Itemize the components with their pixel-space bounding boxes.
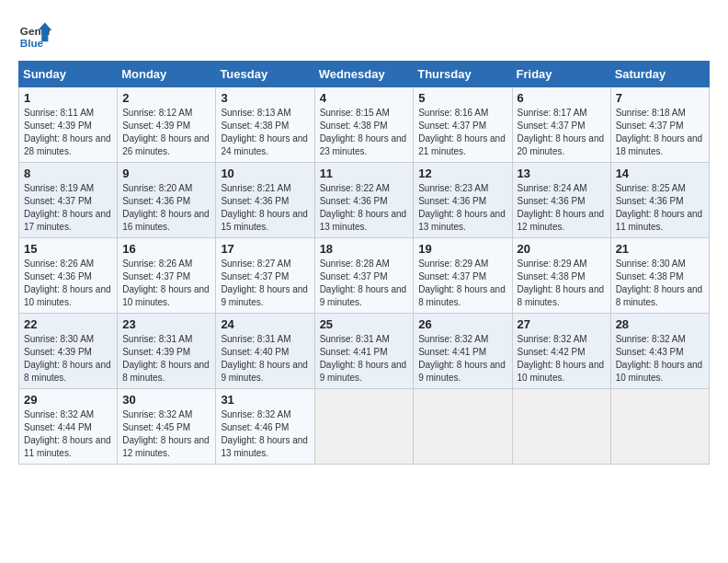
calendar-cell: 17 Sunrise: 8:27 AM Sunset: 4:37 PM Dayl… bbox=[216, 238, 314, 314]
weekday-header-wednesday: Wednesday bbox=[314, 62, 414, 87]
calendar-cell: 15 Sunrise: 8:26 AM Sunset: 4:36 PM Dayl… bbox=[19, 238, 118, 314]
day-number: 31 bbox=[221, 393, 309, 407]
day-info: Sunrise: 8:31 AM Sunset: 4:40 PM Dayligh… bbox=[221, 333, 309, 385]
weekday-header-tuesday: Tuesday bbox=[216, 62, 314, 87]
day-info: Sunrise: 8:31 AM Sunset: 4:41 PM Dayligh… bbox=[320, 333, 409, 385]
calendar-cell: 24 Sunrise: 8:31 AM Sunset: 4:40 PM Dayl… bbox=[216, 314, 314, 389]
day-info: Sunrise: 8:29 AM Sunset: 4:37 PM Dayligh… bbox=[418, 258, 506, 309]
day-number: 27 bbox=[518, 317, 606, 331]
calendar-cell: 28 Sunrise: 8:32 AM Sunset: 4:43 PM Dayl… bbox=[610, 314, 709, 389]
calendar-cell: 6 Sunrise: 8:17 AM Sunset: 4:37 PM Dayli… bbox=[512, 87, 610, 163]
weekday-header-sunday: Sunday bbox=[19, 62, 118, 87]
day-number: 15 bbox=[24, 242, 112, 256]
day-info: Sunrise: 8:25 AM Sunset: 4:36 PM Dayligh… bbox=[616, 182, 704, 234]
day-number: 11 bbox=[320, 167, 409, 180]
calendar-cell: 29 Sunrise: 8:32 AM Sunset: 4:44 PM Dayl… bbox=[19, 389, 118, 465]
calendar-cell: 31 Sunrise: 8:32 AM Sunset: 4:46 PM Dayl… bbox=[216, 389, 314, 465]
day-number: 4 bbox=[320, 91, 409, 105]
day-number: 18 bbox=[320, 242, 409, 256]
calendar-cell: 13 Sunrise: 8:24 AM Sunset: 4:36 PM Dayl… bbox=[512, 163, 610, 238]
calendar-cell: 8 Sunrise: 8:19 AM Sunset: 4:37 PM Dayli… bbox=[19, 163, 118, 238]
calendar-cell: 14 Sunrise: 8:25 AM Sunset: 4:36 PM Dayl… bbox=[610, 163, 709, 238]
day-number: 29 bbox=[24, 393, 112, 407]
day-info: Sunrise: 8:32 AM Sunset: 4:43 PM Dayligh… bbox=[616, 333, 704, 385]
weekday-header-saturday: Saturday bbox=[610, 62, 709, 87]
day-info: Sunrise: 8:17 AM Sunset: 4:37 PM Dayligh… bbox=[518, 107, 606, 158]
day-number: 26 bbox=[418, 317, 506, 331]
day-number: 24 bbox=[221, 317, 309, 331]
day-number: 20 bbox=[518, 242, 606, 256]
day-number: 23 bbox=[122, 317, 210, 331]
day-number: 22 bbox=[24, 317, 112, 331]
day-info: Sunrise: 8:30 AM Sunset: 4:39 PM Dayligh… bbox=[24, 333, 112, 385]
calendar-cell bbox=[414, 389, 512, 465]
day-info: Sunrise: 8:32 AM Sunset: 4:42 PM Dayligh… bbox=[518, 333, 606, 385]
calendar-cell: 7 Sunrise: 8:18 AM Sunset: 4:37 PM Dayli… bbox=[610, 87, 709, 163]
day-number: 9 bbox=[122, 167, 210, 180]
calendar-cell: 26 Sunrise: 8:32 AM Sunset: 4:41 PM Dayl… bbox=[414, 314, 512, 389]
day-info: Sunrise: 8:12 AM Sunset: 4:39 PM Dayligh… bbox=[122, 107, 210, 158]
calendar-cell: 4 Sunrise: 8:15 AM Sunset: 4:38 PM Dayli… bbox=[314, 87, 414, 163]
day-info: Sunrise: 8:27 AM Sunset: 4:37 PM Dayligh… bbox=[221, 258, 309, 309]
day-info: Sunrise: 8:16 AM Sunset: 4:37 PM Dayligh… bbox=[418, 107, 506, 158]
calendar-cell: 18 Sunrise: 8:28 AM Sunset: 4:37 PM Dayl… bbox=[314, 238, 414, 314]
day-number: 2 bbox=[122, 91, 210, 105]
calendar-cell: 10 Sunrise: 8:21 AM Sunset: 4:36 PM Dayl… bbox=[216, 163, 314, 238]
day-number: 21 bbox=[616, 242, 704, 256]
day-info: Sunrise: 8:19 AM Sunset: 4:37 PM Dayligh… bbox=[24, 182, 112, 234]
day-number: 5 bbox=[418, 91, 506, 105]
calendar-cell: 30 Sunrise: 8:32 AM Sunset: 4:45 PM Dayl… bbox=[118, 389, 216, 465]
day-number: 12 bbox=[418, 167, 506, 180]
calendar-cell: 2 Sunrise: 8:12 AM Sunset: 4:39 PM Dayli… bbox=[118, 87, 216, 163]
day-info: Sunrise: 8:31 AM Sunset: 4:39 PM Dayligh… bbox=[122, 333, 210, 385]
calendar-cell: 16 Sunrise: 8:26 AM Sunset: 4:37 PM Dayl… bbox=[118, 238, 216, 314]
day-info: Sunrise: 8:32 AM Sunset: 4:45 PM Dayligh… bbox=[122, 408, 210, 460]
day-info: Sunrise: 8:18 AM Sunset: 4:37 PM Dayligh… bbox=[616, 107, 704, 158]
day-info: Sunrise: 8:28 AM Sunset: 4:37 PM Dayligh… bbox=[320, 258, 409, 309]
day-info: Sunrise: 8:23 AM Sunset: 4:36 PM Dayligh… bbox=[418, 182, 506, 234]
day-info: Sunrise: 8:11 AM Sunset: 4:39 PM Dayligh… bbox=[24, 107, 112, 158]
day-number: 13 bbox=[518, 167, 606, 180]
day-info: Sunrise: 8:32 AM Sunset: 4:44 PM Dayligh… bbox=[24, 408, 112, 460]
calendar-cell bbox=[512, 389, 610, 465]
day-number: 30 bbox=[122, 393, 210, 407]
day-info: Sunrise: 8:24 AM Sunset: 4:36 PM Dayligh… bbox=[518, 182, 606, 234]
calendar-cell: 21 Sunrise: 8:30 AM Sunset: 4:38 PM Dayl… bbox=[610, 238, 709, 314]
day-info: Sunrise: 8:15 AM Sunset: 4:38 PM Dayligh… bbox=[320, 107, 409, 158]
calendar-cell: 9 Sunrise: 8:20 AM Sunset: 4:36 PM Dayli… bbox=[118, 163, 216, 238]
calendar-cell: 23 Sunrise: 8:31 AM Sunset: 4:39 PM Dayl… bbox=[118, 314, 216, 389]
day-info: Sunrise: 8:30 AM Sunset: 4:38 PM Dayligh… bbox=[616, 258, 704, 309]
calendar-cell bbox=[610, 389, 709, 465]
calendar-cell: 11 Sunrise: 8:22 AM Sunset: 4:36 PM Dayl… bbox=[314, 163, 414, 238]
calendar-cell: 5 Sunrise: 8:16 AM Sunset: 4:37 PM Dayli… bbox=[414, 87, 512, 163]
day-number: 17 bbox=[221, 242, 309, 256]
day-number: 16 bbox=[122, 242, 210, 256]
day-number: 1 bbox=[24, 91, 112, 105]
day-number: 14 bbox=[616, 167, 704, 180]
day-number: 3 bbox=[221, 91, 309, 105]
calendar-table: SundayMondayTuesdayWednesdayThursdayFrid… bbox=[18, 61, 710, 465]
logo: General Blue bbox=[18, 18, 51, 52]
day-info: Sunrise: 8:32 AM Sunset: 4:46 PM Dayligh… bbox=[221, 408, 309, 460]
day-number: 8 bbox=[24, 167, 112, 180]
calendar-cell: 12 Sunrise: 8:23 AM Sunset: 4:36 PM Dayl… bbox=[414, 163, 512, 238]
calendar-cell: 3 Sunrise: 8:13 AM Sunset: 4:38 PM Dayli… bbox=[216, 87, 314, 163]
day-info: Sunrise: 8:26 AM Sunset: 4:37 PM Dayligh… bbox=[122, 258, 210, 309]
day-info: Sunrise: 8:32 AM Sunset: 4:41 PM Dayligh… bbox=[418, 333, 506, 385]
page-header: General Blue bbox=[18, 18, 710, 52]
calendar-cell bbox=[314, 389, 414, 465]
calendar-cell: 19 Sunrise: 8:29 AM Sunset: 4:37 PM Dayl… bbox=[414, 238, 512, 314]
weekday-header-thursday: Thursday bbox=[414, 62, 512, 87]
day-number: 10 bbox=[221, 167, 309, 180]
day-info: Sunrise: 8:26 AM Sunset: 4:36 PM Dayligh… bbox=[24, 258, 112, 309]
calendar-cell: 22 Sunrise: 8:30 AM Sunset: 4:39 PM Dayl… bbox=[19, 314, 118, 389]
day-number: 28 bbox=[616, 317, 704, 331]
day-info: Sunrise: 8:22 AM Sunset: 4:36 PM Dayligh… bbox=[320, 182, 409, 234]
calendar-cell: 27 Sunrise: 8:32 AM Sunset: 4:42 PM Dayl… bbox=[512, 314, 610, 389]
calendar-cell: 25 Sunrise: 8:31 AM Sunset: 4:41 PM Dayl… bbox=[314, 314, 414, 389]
calendar-cell: 20 Sunrise: 8:29 AM Sunset: 4:38 PM Dayl… bbox=[512, 238, 610, 314]
day-number: 25 bbox=[320, 317, 409, 331]
day-info: Sunrise: 8:20 AM Sunset: 4:36 PM Dayligh… bbox=[122, 182, 210, 234]
weekday-header-monday: Monday bbox=[118, 62, 216, 87]
day-info: Sunrise: 8:29 AM Sunset: 4:38 PM Dayligh… bbox=[518, 258, 606, 309]
